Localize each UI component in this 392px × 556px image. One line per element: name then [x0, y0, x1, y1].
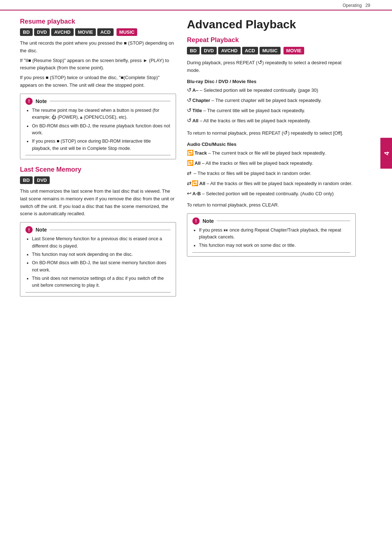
- resume-playback-section: Resume playback BD DVD AVCHD MOVIE ACD M…: [20, 18, 176, 159]
- repeat-entry-chapter: ↺Chapter – The current chapter will be p…: [187, 96, 356, 105]
- repeat-icon-a: ↺: [187, 87, 192, 93]
- repeat-playback-section: Repeat Playback BD DVD AVCHD ACD MUSIC M…: [187, 36, 356, 257]
- badge-dvd-r: DVD: [201, 47, 217, 54]
- repeat-entry-track: 🔁Track – The current track or file will …: [187, 148, 356, 157]
- badge-movie-r: MOVIE: [283, 47, 305, 54]
- badge-dvd: DVD: [34, 28, 50, 36]
- repeat-note-title: Note: [203, 218, 214, 224]
- last-scene-note-item-2: This function may not work depending on …: [32, 251, 171, 258]
- repeat-icon-shuffle: ⇄: [187, 170, 192, 176]
- last-scene-badge-group: BD DVD: [20, 176, 176, 184]
- badge-bd: BD: [20, 28, 33, 36]
- badge-music-r: MUSIC: [260, 47, 281, 54]
- badge-avchd-r: AVCHD: [218, 47, 240, 54]
- last-scene-note-list: Last Scene Memory function for a previou…: [25, 236, 171, 289]
- badge-avchd: AVCHD: [51, 28, 73, 36]
- repeat-entry-all-audio: 🔁All – All the tracks or files will be p…: [187, 159, 356, 167]
- resume-note-header: ! Note: [25, 98, 171, 105]
- last-scene-section: Last Scene Memory BD DVD This unit memor…: [20, 166, 176, 297]
- resume-note-list: The resume point may be cleared when a b…: [25, 107, 171, 152]
- resume-note-title: Note: [36, 98, 47, 104]
- repeat-icon-track: 🔁: [187, 150, 194, 156]
- resume-note-box: ! Note The resume point may be cleared w…: [20, 94, 176, 159]
- repeat-note-list: If you press ⏭ once during Repeat Chapte…: [192, 227, 350, 249]
- repeat-entry-a: ↺A– – Selected portion will be repeated …: [187, 86, 356, 94]
- badge-bd-2: BD: [20, 176, 33, 184]
- repeat-note-box: ! Note If you press ⏭ once during Repeat…: [187, 213, 356, 257]
- repeat-icon-title: ↺: [187, 107, 192, 113]
- repeat-return-bd: To return to normal playback, press REPE…: [187, 128, 356, 137]
- page-container: Operating 29 4 Operating Resume playback…: [0, 0, 392, 556]
- badge-dvd-2: DVD: [34, 176, 50, 184]
- audio-subheading: Audio CDs/Music files: [187, 142, 356, 147]
- left-column: Resume playback BD DVD AVCHD MOVIE ACD M…: [20, 14, 176, 301]
- repeat-icon-all-audio: 🔁: [187, 160, 194, 166]
- page-header: Operating 29: [0, 0, 392, 10]
- page-title: Advanced Playback: [187, 18, 356, 31]
- badge-movie: MOVIE: [75, 28, 96, 36]
- repeat-entry-all-bd: ↺All – All the tracks or files will be p…: [187, 116, 356, 125]
- repeat-icon-shuffle-all: ⇄🔁: [187, 180, 199, 186]
- resume-note-item-1: The resume point may be cleared when a b…: [32, 107, 171, 121]
- repeat-note-item-2: This function may not work on some disc …: [199, 242, 350, 249]
- resume-body-3: If you press ■ (STOP) twice or unload th…: [20, 74, 176, 89]
- repeat-heading: Repeat Playback: [187, 36, 356, 44]
- last-scene-note-box: ! Note Last Scene Memory function for a …: [20, 222, 176, 297]
- resume-badge-group: BD DVD AVCHD MOVIE ACD MUSIC: [20, 28, 176, 36]
- badge-acd: ACD: [97, 28, 113, 36]
- repeat-entry-shuffle-all: ⇄🔁All – All the tracks or files will be …: [187, 179, 356, 188]
- last-scene-note-item-1: Last Scene Memory function for a previou…: [32, 236, 171, 250]
- repeat-entry-shuffle: ⇄ – The tracks or files will be played b…: [187, 169, 356, 177]
- header-page-number: 29: [366, 3, 370, 8]
- last-scene-note-header: ! Note: [25, 226, 171, 233]
- last-scene-body: This unit memorizes the last scene from …: [20, 188, 176, 218]
- resume-note-item-2: On BD-ROM discs with BD-J, the resume pl…: [32, 123, 171, 137]
- header-spacer: [363, 3, 364, 8]
- badge-acd-r: ACD: [242, 47, 258, 54]
- last-scene-note-title: Note: [36, 227, 47, 233]
- repeat-note-item-1: If you press ⏭ once during Repeat Chapte…: [199, 227, 350, 241]
- resume-heading: Resume playback: [20, 18, 176, 25]
- repeat-icon-ab: ↩: [187, 190, 192, 196]
- badge-bd-r: BD: [187, 47, 200, 54]
- repeat-note-icon: !: [192, 217, 200, 225]
- repeat-badge-group: BD DVD AVCHD ACD MUSIC MOVIE: [187, 47, 356, 54]
- resume-note-icon: !: [25, 98, 33, 105]
- repeat-icon-all-bd: ↺: [187, 117, 192, 123]
- last-scene-heading: Last Scene Memory: [20, 166, 176, 173]
- last-scene-note-icon: !: [25, 226, 33, 233]
- repeat-icon-chapter: ↺: [187, 97, 192, 103]
- repeat-entry-ab: ↩A-B – Selected portion will be repeated…: [187, 189, 356, 198]
- repeat-intro: During playback, press REPEAT (↺) repeat…: [187, 58, 356, 74]
- resume-body-2: If "II■ (Resume Stop)" appears on the sc…: [20, 57, 176, 72]
- bluray-subheading: Blu-ray Disc / DVD / Movie files: [187, 79, 356, 84]
- repeat-entry-title: ↺Title – The current title will be playe…: [187, 106, 356, 115]
- repeat-return-audio: To return to normal playback, press CLEA…: [187, 201, 356, 209]
- resume-body-1: The unit records the point where you pre…: [20, 40, 176, 55]
- resume-note-item-3: If you press ■ (STOP) once during BD-ROM…: [32, 138, 171, 152]
- last-scene-note-item-3: On BD-ROM discs with BD-J, the last scen…: [32, 259, 171, 274]
- badge-music: MUSIC: [117, 28, 138, 36]
- content-wrapper: Resume playback BD DVD AVCHD MOVIE ACD M…: [0, 11, 392, 312]
- side-tab-number: 4: [383, 151, 391, 155]
- right-column: Advanced Playback Repeat Playback BD DVD…: [187, 14, 370, 301]
- repeat-note-header: ! Note: [192, 217, 350, 225]
- side-tab: 4 Operating: [380, 138, 392, 169]
- last-scene-note-item-4: This unit does not memorize settings of …: [32, 275, 171, 289]
- header-label: Operating: [343, 3, 362, 8]
